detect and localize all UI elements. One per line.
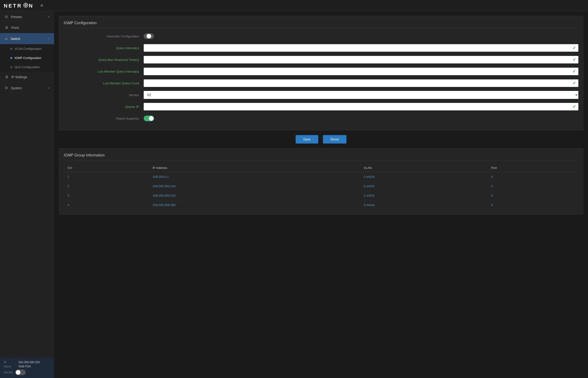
last-member-query-interval-input[interactable]: 1 xyxy=(144,68,578,75)
querier-ip-label: Querier IP xyxy=(64,105,144,108)
chevron-system-icon: ▾ xyxy=(48,86,49,90)
querier-ip-control: 002.000.000.254 ✓ xyxy=(144,103,578,110)
sidebar-item-label-ip: IP Settings xyxy=(11,75,27,79)
last-member-query-count-label: Last Member Query Count xyxy=(64,81,144,85)
last-member-query-interval-control: 1 ✓ xyxy=(144,68,578,75)
query-interval-label: Query Interval(s) xyxy=(64,46,144,50)
cell-vlan-2: 2-sACN xyxy=(360,191,487,200)
auto-config-control xyxy=(144,33,578,39)
last-member-query-count-input[interactable]: 2 xyxy=(144,80,578,87)
cell-port-1: 3 xyxy=(487,182,578,191)
svg-text:N: N xyxy=(4,3,8,8)
cell-vlan-1: 2-sACN xyxy=(360,182,487,191)
cell-vlan-0: 2-sACN xyxy=(360,172,487,182)
presets-icon: ⚙ xyxy=(5,14,8,19)
col-ip: IP Address xyxy=(149,164,360,172)
last-member-query-interval-row: Last Member Query Interval(s) 1 ✓ xyxy=(64,67,578,76)
last-member-query-interval-check-icon: ✓ xyxy=(573,69,576,74)
dot-icon xyxy=(10,48,12,50)
dot-qos-icon xyxy=(10,66,12,68)
last-member-query-count-row: Last Member Query Count 2 ✓ xyxy=(64,79,578,88)
auto-config-toggle[interactable] xyxy=(144,33,154,39)
sidebar-subitem-label-igmp: IGMP Configuration xyxy=(14,56,41,60)
footer-name-label: Name xyxy=(4,365,17,368)
cell-port-3: 5 xyxy=(487,200,578,210)
report-suppress-toggle[interactable] xyxy=(144,116,154,121)
auto-config-label: Automatic Configuration xyxy=(64,35,144,38)
querier-ip-input[interactable]: 002.000.000.254 xyxy=(144,103,578,110)
chevron-down-icon: ▾ xyxy=(48,15,49,19)
sidebar-item-switch[interactable]: ⇄ Switch ▾ xyxy=(0,33,54,44)
igmp-group-card: IGMP Group Information ID# IP Address VL… xyxy=(59,148,583,215)
sidebar-item-label-presets: Presets xyxy=(11,15,22,19)
svg-text:R: R xyxy=(17,3,21,8)
query-interval-input[interactable]: 20 xyxy=(144,44,578,52)
report-suppress-row: Report Suppress xyxy=(64,114,578,123)
col-port: Port xyxy=(487,164,578,172)
sidebar-item-label-switch: Switch xyxy=(11,37,20,41)
action-buttons: Save Reset xyxy=(59,135,583,144)
sidebar-subnav: VLAN Configuration IGMP Configuration Qo… xyxy=(0,44,54,72)
last-member-query-interval-label: Last Member Query Interval(s) xyxy=(64,70,144,73)
cell-ip-2: 239.255.250.133 xyxy=(149,191,360,200)
sidebar-item-system[interactable]: ⚙ System ▾ xyxy=(0,82,54,94)
report-suppress-slider xyxy=(144,116,154,121)
ip-settings-icon: 🖥 xyxy=(5,75,8,79)
reset-button[interactable]: Reset xyxy=(323,135,347,144)
cell-id-0: 1 xyxy=(64,172,149,182)
sidebar-item-ip-settings[interactable]: 🖥 IP Settings xyxy=(0,72,54,82)
version-label: Version xyxy=(64,93,144,97)
table-row: 3 239.255.250.133 2-sACN 3 xyxy=(64,191,578,200)
sidebar-footer: IP 002.000.000.254 Name NS8 FOH Identify xyxy=(0,358,54,378)
sidebar-item-label-ports: Ports xyxy=(11,26,19,30)
menu-icon[interactable]: ≡ xyxy=(41,3,43,8)
report-suppress-label: Report Suppress xyxy=(64,117,144,120)
footer-ip-label: IP xyxy=(4,361,17,364)
igmp-config-title: IGMP Configuration xyxy=(64,21,578,28)
table-row: 1 239.255.0.1 2-sACN 3 xyxy=(64,172,578,182)
query-max-resp-control: 10 ✓ xyxy=(144,56,578,63)
cell-ip-0: 239.255.0.1 xyxy=(149,172,360,182)
sidebar-item-ports[interactable]: 🖥 Ports xyxy=(0,22,54,33)
last-member-query-count-control: 2 ✓ xyxy=(144,80,578,87)
auto-config-row: Automatic Configuration xyxy=(64,31,578,41)
query-max-resp-label: Query Max Response Time(s) xyxy=(64,58,144,62)
svg-text:T: T xyxy=(13,3,16,8)
cell-ip-1: 239.255.250.134 xyxy=(149,182,360,191)
switch-icon: ⇄ xyxy=(5,36,8,41)
auto-config-slider xyxy=(144,33,154,39)
footer-identify-label: Identify xyxy=(4,371,13,374)
table-row: 2 239.255.250.134 2-sACN 3 xyxy=(64,182,578,191)
footer-name-value: NS8 FOH xyxy=(19,365,31,368)
query-max-resp-check-icon: ✓ xyxy=(573,57,576,62)
sidebar-subitem-igmp[interactable]: IGMP Configuration xyxy=(0,53,54,63)
query-max-resp-row: Query Max Response Time(s) 10 ✓ xyxy=(64,55,578,64)
table-body: 1 239.255.0.1 2-sACN 3 2 239.255.250.134… xyxy=(64,172,578,210)
sidebar-subitem-qos[interactable]: QoS Configuration xyxy=(0,63,54,72)
version-select[interactable]: V1 V2 V3 xyxy=(144,91,578,99)
save-button[interactable]: Save xyxy=(296,135,318,144)
igmp-group-table: ID# IP Address VLAN Port 1 239.255.0.1 2… xyxy=(64,164,578,210)
sidebar-subitem-vlan[interactable]: VLAN Configuration xyxy=(0,44,54,53)
identify-toggle[interactable] xyxy=(15,370,26,375)
version-control: V1 V2 V3 xyxy=(144,91,578,99)
topbar: N E T R N ≡ xyxy=(0,0,588,11)
chevron-switch-icon: ▾ xyxy=(48,37,49,40)
cell-port-2: 3 xyxy=(487,191,578,200)
system-icon: ⚙ xyxy=(5,86,8,90)
cell-id-1: 2 xyxy=(64,182,149,191)
sidebar-item-presets[interactable]: ⚙ Presets ▾ xyxy=(0,11,54,22)
version-row: Version V1 V2 V3 xyxy=(64,90,578,100)
query-max-resp-input[interactable]: 10 xyxy=(144,56,578,63)
cell-id-3: 4 xyxy=(64,200,149,210)
col-vlan: VLAN xyxy=(360,164,487,172)
svg-text:N: N xyxy=(29,3,33,8)
logo: N E T R N xyxy=(4,2,37,9)
cell-id-2: 3 xyxy=(64,191,149,200)
table-row: 4 239.255.255.250 3-Artnet 5 xyxy=(64,200,578,210)
querier-ip-row: Querier IP 002.000.000.254 ✓ xyxy=(64,102,578,111)
cell-port-0: 3 xyxy=(487,172,578,182)
sidebar: ⚙ Presets ▾ 🖥 Ports ⇄ Switch ▾ VLAN Conf… xyxy=(0,11,54,378)
svg-text:E: E xyxy=(8,3,12,8)
ports-icon: 🖥 xyxy=(5,26,8,30)
